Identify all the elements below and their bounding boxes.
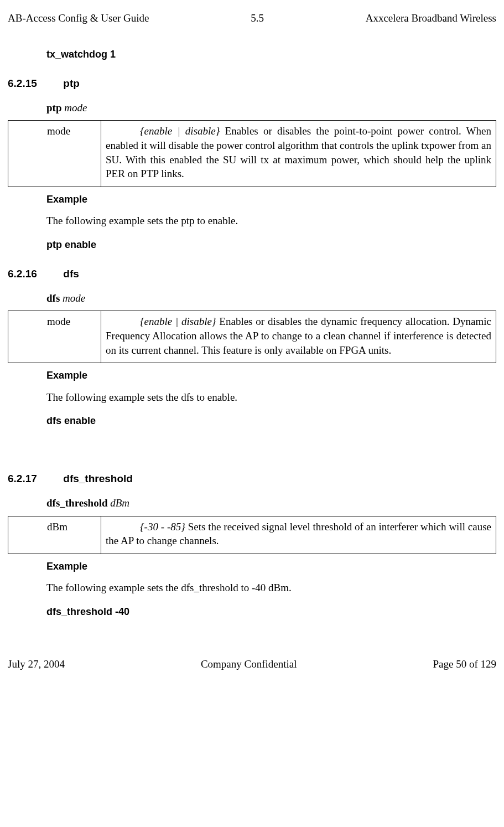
header-right: Axxcelera Broadband Wireless <box>366 11 496 25</box>
example-text: The following example sets the dfs to en… <box>46 390 496 405</box>
syntax-ptp: ptp mode <box>46 101 496 115</box>
table-row: mode {enable | disable} Enables or disab… <box>8 121 496 187</box>
syntax-arg: mode <box>63 292 85 304</box>
section-title: dfs_threshold <box>63 473 133 484</box>
section-heading-ptp: 6.2.15 ptp <box>8 76 496 91</box>
section-heading-dfs: 6.2.16 dfs <box>8 267 496 281</box>
footer-right: Page 50 of 129 <box>433 657 496 671</box>
syntax-keyword: ptp <box>46 102 61 113</box>
syntax-arg: dBm <box>110 497 129 509</box>
example-label: Example <box>46 560 496 573</box>
example-command: dfs enable <box>46 414 496 427</box>
footer-center: Company Confidential <box>201 657 297 671</box>
param-table-dfs: mode {enable | disable} Enables or disab… <box>8 311 496 363</box>
page-header: AB-Access Config & User Guide 5.5 Axxcel… <box>8 11 496 25</box>
example-text: The following example sets the ptp to en… <box>46 214 496 228</box>
param-table-ptp: mode {enable | disable} Enables or disab… <box>8 120 496 187</box>
section-heading-dfs-threshold: 6.2.17 dfs_threshold <box>8 472 496 486</box>
section-number: 6.2.16 <box>8 267 60 281</box>
param-table-dfs-threshold: dBm {-30 - -85} Sets the received signal… <box>8 516 496 554</box>
example-command: dfs_threshold -40 <box>46 605 496 618</box>
param-key: mode <box>8 311 101 363</box>
footer-left: July 27, 2004 <box>8 657 65 671</box>
param-desc-cell: {enable | disable} Enables or disables t… <box>101 311 496 363</box>
syntax-keyword: dfs <box>46 292 60 304</box>
section-number: 6.2.15 <box>8 76 60 91</box>
syntax-dfs-threshold: dfs_threshold dBm <box>46 496 496 510</box>
example-text: The following example sets the dfs_thres… <box>46 581 496 595</box>
table-row: mode {enable | disable} Enables or disab… <box>8 311 496 363</box>
prev-example-command: tx_watchdog 1 <box>46 48 496 61</box>
param-options: {enable | disable} <box>140 125 220 137</box>
header-center: 5.5 <box>251 11 264 25</box>
header-left: AB-Access Config & User Guide <box>8 11 149 25</box>
example-label: Example <box>46 369 496 382</box>
param-desc-cell: {enable | disable} Enables or disables t… <box>101 121 496 187</box>
table-row: dBm {-30 - -85} Sets the received signal… <box>8 516 496 554</box>
section-number: 6.2.17 <box>8 472 60 486</box>
syntax-arg: mode <box>64 102 87 113</box>
section-title: ptp <box>63 77 80 89</box>
param-options: {enable | disable} <box>140 316 216 327</box>
syntax-dfs: dfs mode <box>46 291 496 306</box>
param-key: mode <box>8 121 101 187</box>
param-options: {-30 - -85} <box>140 521 185 533</box>
param-key: dBm <box>8 516 101 554</box>
param-desc-cell: {-30 - -85} Sets the received signal lev… <box>101 516 496 554</box>
section-title: dfs <box>63 268 79 280</box>
page-content: tx_watchdog 1 6.2.15 ptp ptp mode mode {… <box>8 48 496 619</box>
example-command: ptp enable <box>46 238 496 251</box>
page-footer: July 27, 2004 Company Confidential Page … <box>8 657 496 671</box>
syntax-keyword: dfs_threshold <box>46 497 108 509</box>
example-label: Example <box>46 193 496 206</box>
